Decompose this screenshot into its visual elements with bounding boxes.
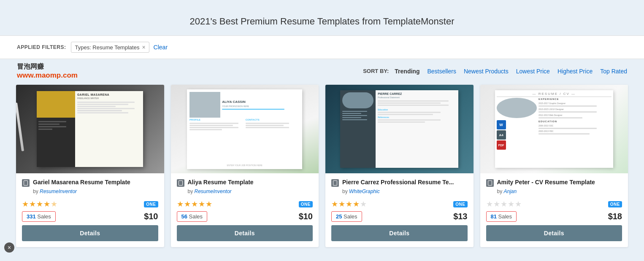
sales-box-2: 56 Sales [177, 211, 208, 222]
sort-options: Trending Bestsellers Newest Products Low… [395, 68, 627, 75]
watermark-cn: 冒泡网赚 [17, 62, 78, 71]
product-info-4: Amity Peter - CV Resume Template by Anja… [480, 173, 628, 194]
watermark-url: www.maomp.com [17, 71, 78, 80]
product-title-row-4: Amity Peter - CV Resume Template [486, 178, 622, 187]
product-author-2: by ResumeInventor [177, 188, 313, 194]
watermark-block: 冒泡网赚 www.maomp.com [17, 62, 78, 80]
price-2: $10 [299, 212, 313, 221]
stars-1: ★ ★ ★ ★ ★ [22, 199, 57, 209]
product-image-4: — RESUME / CV — W A4 [480, 85, 628, 173]
product-title-row-3: Pierre Carrez Professional Resume Te... [331, 178, 468, 187]
one-badge-1: one [144, 201, 158, 207]
resume-mock-gariel: GARIEL MASARENA FREELANCE WRITER [37, 91, 143, 167]
details-button-4[interactable]: Details [486, 225, 622, 241]
sort-lowest[interactable]: Lowest Price [516, 68, 550, 75]
product-card-2: ALIYA CASSIN YOUR PROFESSION HERE PROFIL… [171, 85, 319, 247]
stars-3: ★ ★ ★ ★ ★ [331, 199, 367, 209]
resume-mock-aliya: ALIYA CASSIN YOUR PROFESSION HERE PROFIL… [187, 89, 302, 169]
product-card-4: — RESUME / CV — W A4 [480, 85, 628, 247]
sort-newest[interactable]: Newest Products [464, 68, 509, 75]
product-title-row-1: Gariel Masarena Resume Template [22, 178, 158, 187]
one-badge-3: one [453, 201, 467, 207]
product-title-4: Amity Peter - CV Resume Template [497, 178, 595, 186]
product-info-1: Gariel Masarena Resume Template by Resum… [16, 173, 164, 194]
resume-mock-pierre: PIERRE CARREZ Professional Statement Edu… [340, 90, 458, 168]
product-info-3: Pierre Carrez Professional Resume Te... … [325, 173, 474, 194]
stars-2: ★ ★ ★ ★ ★ [177, 199, 212, 209]
filter-tag-text: Types: Resume Templates [75, 44, 139, 51]
filter-tag-close-icon[interactable]: × [142, 44, 145, 51]
product-author-3: by WhiteGraphic [331, 188, 468, 194]
product-icon-4 [486, 179, 494, 187]
sort-trending[interactable]: Trending [395, 68, 419, 75]
sales-box-3: 25 Sales [331, 211, 362, 222]
product-image-2: ALIYA CASSIN YOUR PROFESSION HERE PROFIL… [171, 85, 319, 173]
price-1: $10 [144, 212, 158, 221]
price-4: $18 [608, 212, 622, 221]
page-wrapper: 2021's Best Premium Resume Templates fro… [0, 0, 644, 261]
sales-box-1: 331 Sales [22, 211, 56, 222]
product-author-4: by Anjan [486, 188, 622, 194]
clear-filters-link[interactable]: Clear [154, 44, 168, 51]
product-icon-3 [331, 179, 339, 187]
product-icon-1 [22, 179, 30, 187]
details-button-1[interactable]: Details [22, 225, 158, 241]
sales-price-row-4: ★ ★ ★ ★ ★ one 81 Sales $18 [480, 198, 628, 225]
product-title-3: Pierre Carrez Professional Resume Te... [342, 178, 454, 186]
products-grid: GARIEL MASARENA FREELANCE WRITER [0, 81, 644, 250]
product-icon-2 [177, 179, 184, 187]
sort-bar: SORT BY: Trending Bestsellers Newest Pro… [363, 68, 627, 75]
sales-price-row-2: ★ ★ ★ ★ ★ one 56 Sales $10 [171, 198, 319, 225]
filters-label: APPLIED FILTERS: [17, 44, 66, 50]
price-3: $13 [453, 212, 467, 221]
filters-bar: APPLIED FILTERS: Types: Resume Templates… [0, 35, 644, 59]
sort-label: SORT BY: [363, 68, 389, 74]
sort-top-rated[interactable]: Top Rated [600, 68, 627, 75]
product-card-3: PIERRE CARREZ Professional Statement Edu… [325, 85, 474, 247]
close-button[interactable]: × [4, 242, 14, 253]
sales-box-4: 81 Sales [486, 211, 517, 222]
filter-tag-resume-templates[interactable]: Types: Resume Templates × [71, 42, 149, 53]
page-title: 2021's Best Premium Resume Templates fro… [0, 8, 644, 35]
product-info-2: Aliya Resume Template by ResumeInventor [171, 173, 319, 194]
product-author-1: by ResumeInventor [22, 188, 158, 194]
resume-mock-amity: — RESUME / CV — W A4 [495, 90, 613, 168]
one-badge-2: one [299, 201, 313, 207]
product-image-3: PIERRE CARREZ Professional Statement Edu… [325, 85, 474, 173]
details-button-2[interactable]: Details [177, 225, 313, 241]
sales-price-row-1: ★ ★ ★ ★ ★ one 331 Sales $10 [16, 198, 164, 225]
product-title-row-2: Aliya Resume Template [177, 178, 313, 187]
details-button-3[interactable]: Details [331, 225, 468, 241]
sales-price-row-3: ★ ★ ★ ★ ★ one 25 Sales $13 [325, 198, 474, 225]
sort-bestsellers[interactable]: Bestsellers [427, 68, 456, 75]
sort-highest[interactable]: Highest Price [557, 68, 593, 75]
one-badge-4: one [608, 201, 622, 207]
product-title-1: Gariel Masarena Resume Template [33, 178, 130, 186]
product-image-1: GARIEL MASARENA FREELANCE WRITER [16, 85, 164, 173]
stars-4: ★ ★ ★ ★ ★ [486, 199, 522, 209]
product-card-1: GARIEL MASARENA FREELANCE WRITER [16, 85, 164, 247]
product-title-2: Aliya Resume Template [188, 178, 254, 186]
